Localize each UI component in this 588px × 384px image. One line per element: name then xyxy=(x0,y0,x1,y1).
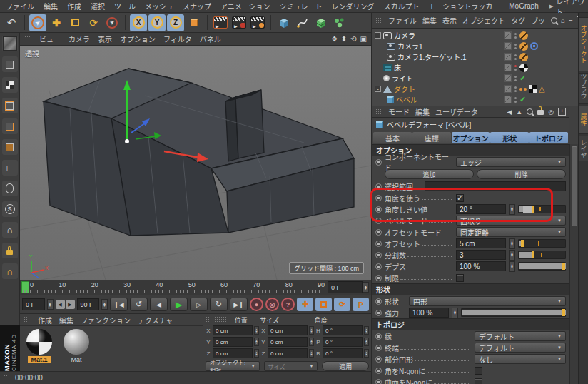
om-menu-tags[interactable]: タグ xyxy=(511,15,525,26)
add-spline-button[interactable] xyxy=(294,14,311,31)
nudge-left-button[interactable]: ◀ xyxy=(56,300,65,309)
record-parameter-toggle[interactable]: P xyxy=(353,298,369,311)
bevel-mode-dropdown[interactable]: 面取り▼ xyxy=(456,216,566,226)
record-rotation-toggle[interactable]: ⟳ xyxy=(334,298,350,311)
keyframe-dot-icon[interactable] xyxy=(375,195,382,201)
search-icon[interactable] xyxy=(527,108,533,115)
lock-x-axis-button[interactable]: X xyxy=(130,14,147,31)
spinner[interactable]: ▲▼ xyxy=(254,338,259,346)
record-position-toggle[interactable]: ✚ xyxy=(297,298,313,311)
panel-handle-icon[interactable] xyxy=(4,375,11,382)
collapse-toggle[interactable]: - xyxy=(375,32,381,39)
visibility-dots[interactable] xyxy=(514,65,517,71)
offset-mode-dropdown[interactable]: 固定距離▼ xyxy=(456,227,566,237)
subdivision-slider[interactable] xyxy=(518,251,566,259)
apply-button[interactable]: 適用 xyxy=(322,361,369,371)
dock-tab-objects[interactable]: オブジェクト xyxy=(579,17,588,71)
spinner[interactable]: ▲▼ xyxy=(309,326,314,335)
record-scale-toggle[interactable] xyxy=(315,298,332,311)
layer-swatch[interactable] xyxy=(504,42,512,50)
spinner[interactable]: ▲▼ xyxy=(364,349,369,358)
panel-handle-icon[interactable] xyxy=(375,17,382,24)
menu-select[interactable]: 選択 xyxy=(91,1,105,11)
rotation-h-field[interactable]: 0 ° xyxy=(323,325,363,335)
size-x-field[interactable]: 0 cm xyxy=(268,325,308,335)
corner-ngons-checkbox[interactable] xyxy=(475,367,482,375)
position-y-field[interactable]: 0 cm xyxy=(213,337,253,347)
menu-simulate[interactable]: シミュレート xyxy=(280,1,323,11)
snap-button[interactable]: ∩ xyxy=(2,222,18,238)
render-to-picture-viewer-button[interactable] xyxy=(230,14,248,31)
keyframe-dot-icon[interactable] xyxy=(375,218,382,224)
pan-view-icon[interactable]: ✥ xyxy=(331,35,337,43)
render-view-button[interactable] xyxy=(212,14,229,31)
object-row-bevel[interactable]: ベベル ✓ xyxy=(372,94,578,105)
play-button[interactable]: ▶ xyxy=(170,298,188,311)
coordinate-system-button[interactable] xyxy=(186,14,203,31)
timeline-track[interactable]: 010 2030 4050 6070 8090 xyxy=(20,280,328,295)
material-name[interactable]: Mat xyxy=(68,356,84,363)
undo-button[interactable]: ↶ xyxy=(3,14,20,31)
object-row-camera-target[interactable]: カメラ1.ターゲット.1 xyxy=(372,51,578,62)
layer-swatch[interactable] xyxy=(504,74,512,82)
polygons-mode-button[interactable] xyxy=(2,139,18,155)
om-menu-edit[interactable]: 編集 xyxy=(422,15,437,26)
keyframe-dot-icon[interactable] xyxy=(375,241,382,247)
depth-field[interactable]: 100 % xyxy=(456,261,506,271)
keyframe-dot-icon[interactable] xyxy=(375,206,382,213)
shape-dropdown[interactable]: 円形▼ xyxy=(409,296,566,306)
om-menu-bookmarks[interactable]: ブッ xyxy=(531,15,545,26)
lock-icon[interactable] xyxy=(537,110,544,115)
material-menu-texture[interactable]: テクスチャ xyxy=(138,315,173,325)
keyframe-dot-icon[interactable] xyxy=(375,159,382,166)
material-menu-create[interactable]: 作成 xyxy=(38,315,52,325)
object-row-camera-group[interactable]: - カメラ xyxy=(372,30,578,41)
tab-topology[interactable]: トポロジ xyxy=(529,132,568,143)
toggle-view-icon[interactable]: ▣ xyxy=(360,35,367,43)
material-name[interactable]: Mat.1 xyxy=(28,356,50,363)
object-row-light[interactable]: ライト ✓ xyxy=(372,73,578,84)
menu-tools[interactable]: ツール xyxy=(114,1,136,11)
new-panel-icon[interactable]: + xyxy=(558,108,566,116)
goto-end-button[interactable]: ▶❙ xyxy=(230,298,248,311)
delete-selection-button[interactable]: 削除 xyxy=(477,169,566,179)
menu-create[interactable]: 作成 xyxy=(67,1,81,11)
scrollbar-thumb[interactable] xyxy=(572,146,577,226)
material-menu-function[interactable]: ファンクション xyxy=(81,315,131,325)
strength-field[interactable]: 100 % xyxy=(409,308,449,318)
edges-mode-button[interactable] xyxy=(2,118,18,134)
visibility-dots[interactable] xyxy=(514,33,517,39)
range-end-spinner[interactable]: ▲▼ xyxy=(101,299,108,310)
object-row-camera1[interactable]: カメラ1 xyxy=(372,41,578,51)
spinner[interactable]: ▲▼ xyxy=(364,338,369,346)
spinner[interactable]: ▲▼ xyxy=(509,204,515,215)
curve-ngons-checkbox[interactable] xyxy=(475,378,482,384)
previous-key-button[interactable]: ↺ xyxy=(130,298,148,311)
viewport-menu-filter[interactable]: フィルタ xyxy=(163,34,192,44)
keyframe-dot-icon[interactable] xyxy=(375,356,382,363)
minus-icon[interactable]: − xyxy=(569,16,573,24)
add-mograph-button[interactable] xyxy=(331,14,348,31)
visibility-dots[interactable] xyxy=(514,86,517,92)
visibility-dots[interactable] xyxy=(514,44,517,49)
disabled-icon[interactable] xyxy=(519,42,528,51)
spinner[interactable]: ▲▼ xyxy=(364,326,369,335)
lock-z-axis-button[interactable]: Z xyxy=(167,14,184,31)
move-tool[interactable]: ✚ xyxy=(48,14,65,31)
panel-handle-icon[interactable] xyxy=(206,316,231,323)
texture-preview-thumb[interactable] xyxy=(2,36,18,51)
size-z-field[interactable]: 0 cm xyxy=(268,348,308,358)
spinner[interactable]: ▲▼ xyxy=(254,326,259,335)
autokey-button[interactable]: ◎ xyxy=(265,298,279,311)
tab-options[interactable]: オプション xyxy=(452,132,490,143)
layer-swatch[interactable] xyxy=(504,53,512,61)
om-menu-file[interactable]: ファイル xyxy=(388,15,417,26)
viewport-menu-panel[interactable]: パネル xyxy=(200,34,221,44)
previous-frame-button[interactable]: ◀ xyxy=(150,298,168,311)
viewport-3d[interactable]: Y X 透視 グリッド間隔 : 100 cm xyxy=(20,46,371,280)
add-subdivision-surface-button[interactable] xyxy=(313,14,330,31)
rotation-p-field[interactable]: 0 ° xyxy=(323,337,363,347)
live-selection-tool[interactable]: ➤ xyxy=(29,14,46,31)
visibility-dots[interactable] xyxy=(514,76,517,81)
points-mode-button[interactable] xyxy=(2,98,18,113)
